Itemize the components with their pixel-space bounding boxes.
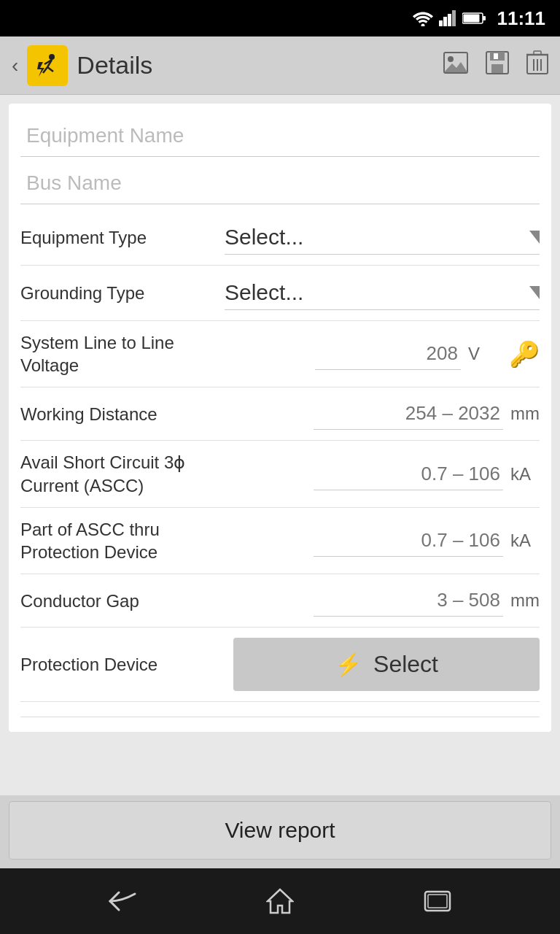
working-distance-value: mm	[225, 398, 540, 430]
equipment-type-label: Equipment Type	[20, 226, 225, 249]
ascc-label: Avail Short Circuit 3ϕCurrent (ASCC)	[20, 451, 225, 496]
equipment-name-input[interactable]	[20, 115, 540, 157]
working-distance-row: Working Distance mm	[20, 387, 540, 441]
part-ascc-unit: kA	[510, 530, 540, 551]
grounding-type-select-text: Select...	[225, 280, 524, 305]
svg-rect-30	[428, 895, 447, 908]
working-distance-unit: mm	[510, 404, 540, 424]
grounding-type-label: Grounding Type	[20, 282, 225, 304]
conductor-gap-value: mm	[225, 584, 540, 617]
nav-bar	[0, 868, 560, 934]
working-distance-label: Working Distance	[20, 403, 225, 425]
protection-device-label: Protection Device	[20, 653, 225, 676]
grounding-type-value[interactable]: Select...	[225, 276, 540, 310]
svg-rect-24	[534, 51, 541, 55]
key-icon[interactable]: 🔑	[509, 339, 540, 368]
svg-point-0	[421, 24, 424, 27]
grounding-type-select[interactable]: Select...	[225, 276, 540, 310]
view-report-button[interactable]: View report	[9, 801, 551, 860]
system-line-value: V 🔑	[225, 338, 540, 370]
system-line-input[interactable]	[315, 338, 461, 370]
conductor-gap-input[interactable]	[314, 584, 503, 617]
svg-rect-4	[452, 10, 456, 26]
form-divider	[20, 717, 540, 717]
battery-icon	[462, 12, 486, 25]
ascc-row: Avail Short Circuit 3ϕCurrent (ASCC) kA	[20, 441, 540, 507]
ascc-wrap: kA	[225, 458, 540, 490]
app-header: ‹ Details	[0, 36, 560, 95]
conductor-gap-row: Conductor Gap mm	[20, 574, 540, 628]
protection-device-row: Protection Device ⚡ Select	[20, 628, 540, 702]
status-time: 11:11	[497, 7, 546, 30]
part-ascc-label: Part of ASCC thruProtection Device	[20, 518, 225, 563]
ascc-unit: kA	[510, 464, 540, 485]
conductor-gap-unit: mm	[510, 590, 540, 611]
protection-device-value[interactable]: ⚡ Select	[225, 638, 540, 691]
app-logo	[27, 45, 68, 86]
system-line-unit: V	[468, 344, 497, 364]
protection-device-btn-label: Select	[373, 651, 438, 678]
system-line-label: System Line to LineVoltage	[20, 331, 225, 377]
equipment-type-select[interactable]: Select...	[225, 220, 540, 255]
working-distance-input[interactable]	[314, 398, 503, 430]
image-button[interactable]	[443, 52, 468, 79]
svg-marker-17	[444, 62, 467, 72]
equipment-type-select-text: Select...	[225, 225, 524, 250]
app-logo-icon	[33, 51, 62, 80]
ascc-input[interactable]	[314, 458, 503, 490]
status-bar: 11:11	[0, 0, 560, 36]
back-button[interactable]: ‹	[12, 54, 18, 77]
save-button[interactable]	[486, 51, 509, 80]
svg-rect-21	[494, 53, 498, 59]
main-content: Equipment Type Select... Grounding Type …	[0, 95, 560, 795]
delete-button[interactable]	[526, 50, 548, 80]
bolt-icon: ⚡	[335, 652, 362, 677]
header-left: ‹ Details	[12, 45, 443, 86]
header-title: Details	[77, 51, 152, 80]
bus-name-input[interactable]	[20, 163, 540, 204]
svg-rect-6	[463, 15, 479, 23]
wifi-icon	[413, 10, 433, 26]
view-report-section: View report	[0, 795, 560, 868]
svg-point-16	[448, 56, 454, 62]
nav-home-button[interactable]	[258, 879, 302, 923]
protection-device-button[interactable]: ⚡ Select	[233, 638, 540, 691]
svg-rect-20	[491, 64, 503, 73]
svg-marker-28	[268, 889, 292, 913]
signal-icon	[439, 10, 456, 26]
form-card: Equipment Type Select... Grounding Type …	[9, 104, 551, 732]
grounding-type-dropdown-arrow	[529, 286, 540, 299]
nav-back-button[interactable]	[101, 879, 144, 923]
equipment-type-row: Equipment Type Select...	[20, 210, 540, 266]
equipment-type-dropdown-arrow	[529, 231, 540, 244]
part-ascc-value: kA	[225, 525, 540, 557]
view-report-label: View report	[225, 818, 335, 842]
system-line-input-wrap: V 🔑	[225, 338, 540, 370]
conductor-gap-label: Conductor Gap	[20, 590, 225, 612]
part-ascc-wrap: kA	[225, 525, 540, 557]
ascc-value: kA	[225, 458, 540, 490]
grounding-type-row: Grounding Type Select...	[20, 266, 540, 321]
header-actions	[443, 50, 548, 80]
equipment-type-value[interactable]: Select...	[225, 220, 540, 255]
nav-recents-button[interactable]	[416, 879, 459, 923]
svg-rect-2	[443, 17, 447, 26]
conductor-gap-wrap: mm	[225, 584, 540, 617]
status-icons: 11:11	[413, 7, 546, 30]
svg-rect-7	[483, 16, 486, 20]
system-line-row: System Line to LineVoltage V 🔑	[20, 321, 540, 387]
svg-rect-1	[439, 20, 443, 26]
svg-point-9	[49, 54, 55, 60]
part-ascc-input[interactable]	[314, 525, 503, 557]
working-distance-wrap: mm	[225, 398, 540, 430]
svg-rect-3	[448, 14, 451, 26]
part-ascc-row: Part of ASCC thruProtection Device kA	[20, 508, 540, 574]
